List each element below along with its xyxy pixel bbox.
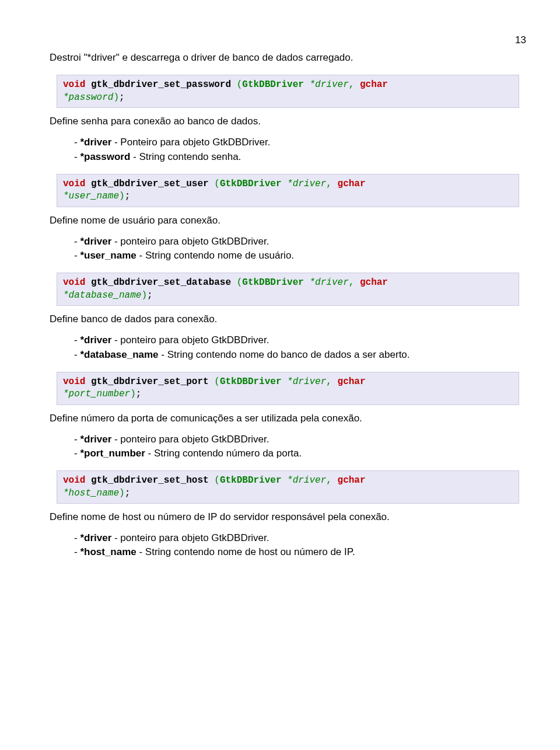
sec4-param1-name: *driver [80,434,111,445]
code-arg1: *driver [287,376,326,387]
sec2-param1-name: *driver [80,236,111,247]
code-rparen: ) [113,92,119,103]
sec1-desc: Define senha para conexão ao banco de da… [50,115,526,128]
sec1-code: void gtk_dbdriver_set_password (GtkDBDri… [57,75,519,108]
code-lparen: ( [214,376,220,387]
code-func-name: gtk_dbdriver_set_port [91,376,209,387]
code-rparen: ) [141,290,147,301]
code-semi: ; [136,389,142,399]
page-number: 13 [50,34,526,47]
code-func-name: gtk_dbdriver_set_host [91,475,209,486]
sec4-param2-desc: - String contendo número da porta. [145,448,302,459]
sec1-intro: Destroi "*driver" e descarrega o driver … [50,51,526,64]
code-semi: ; [125,191,131,201]
code-semi: ; [147,290,153,301]
sec4-param2: *port_number - String contendo número da… [74,447,526,460]
sec4-code: void gtk_dbdriver_set_port (GtkDBDriver … [57,372,519,405]
sec5-param1-desc: - ponteiro para objeto GtkDBDriver. [111,532,269,543]
code-return-type: void [63,277,85,288]
code-lparen: ( [237,79,243,90]
sec2-param2-name: *user_name [80,250,136,261]
code-param-type: gchar [360,79,388,90]
code-class: GtkDBDriver [220,179,282,189]
sec1-param2: *password - String contendo senha. [74,151,526,163]
sec2-param2: *user_name - String contendo nome de usu… [74,249,526,262]
sec1-param1-desc: - Ponteiro para objeto GtkDBDriver. [111,137,270,148]
sec3-param2: *database_name - String contendo nome do… [74,348,526,361]
code-arg2: *host_name [63,488,119,498]
sec2-params: *driver - ponteiro para objeto GtkDBDriv… [74,235,526,262]
code-param-type: gchar [338,475,366,486]
sec4-desc: Define número da porta de comunicações a… [50,412,526,425]
sec1-param2-desc: - String contendo senha. [130,151,241,162]
code-rparen: ) [130,389,136,399]
sec2-param2-desc: - String contendo nome de usuário. [136,250,294,261]
sec3-param1-desc: - ponteiro para objeto GtkDBDriver. [111,334,269,346]
sec5-param1-name: *driver [80,532,111,543]
code-class: GtkDBDriver [242,79,304,90]
sec2-param1-desc: - ponteiro para objeto GtkDBDriver. [111,236,269,247]
code-lparen: ( [237,277,243,288]
sec5-param2-name: *host_name [80,546,136,557]
sec3-param2-name: *database_name [80,349,158,360]
sec1-param2-name: *password [80,151,130,162]
sec5-desc: Define nome de host ou número de IP do s… [50,511,526,524]
sec2-code: void gtk_dbdriver_set_user (GtkDBDriver … [57,174,519,207]
sec3-code: void gtk_dbdriver_set_database (GtkDBDri… [57,273,519,306]
code-class: GtkDBDriver [242,277,304,288]
code-arg2: *database_name [63,290,141,301]
sec1-param1: *driver - Ponteiro para objeto GtkDBDriv… [74,136,526,149]
code-arg2: *port_number [63,389,130,399]
sec4-param2-name: *port_number [80,448,145,459]
code-arg1: *driver [310,277,349,288]
code-arg2: *password [63,92,113,103]
code-comma: , [349,79,355,90]
code-class: GtkDBDriver [220,475,282,486]
code-param-type: gchar [360,277,388,288]
sec3-param1-name: *driver [80,334,111,346]
code-return-type: void [63,376,85,387]
sec5-code: void gtk_dbdriver_set_host (GtkDBDriver … [57,470,519,504]
code-semi: ; [125,488,131,498]
code-return-type: void [63,79,85,90]
sec4-params: *driver - ponteiro para objeto GtkDBDriv… [74,433,526,460]
sec3-params: *driver - ponteiro para objeto GtkDBDriv… [74,334,526,361]
sec3-param1: *driver - ponteiro para objeto GtkDBDriv… [74,334,526,347]
code-lparen: ( [214,475,220,486]
code-func-name: gtk_dbdriver_set_database [91,277,231,288]
sec5-param2-desc: - String contendo nome de host ou número… [136,546,355,557]
code-return-type: void [63,475,85,486]
code-param-type: gchar [338,376,366,387]
code-lparen: ( [214,179,220,189]
code-rparen: ) [119,191,125,201]
code-param-type: gchar [338,179,366,189]
sec2-desc: Define nome de usuário para conexão. [50,214,526,227]
sec5-params: *driver - ponteiro para objeto GtkDBDriv… [74,532,526,559]
code-arg1: *driver [287,475,326,486]
code-comma: , [349,277,355,288]
code-arg2: *user_name [63,191,119,201]
sec4-param1-desc: - ponteiro para objeto GtkDBDriver. [111,434,269,445]
code-func-name: gtk_dbdriver_set_user [91,179,209,189]
code-rparen: ) [119,488,125,498]
code-comma: , [326,179,332,189]
sec2-param1: *driver - ponteiro para objeto GtkDBDriv… [74,235,526,248]
code-class: GtkDBDriver [220,376,282,387]
sec5-param2: *host_name - String contendo nome de hos… [74,546,526,559]
sec1-param1-name: *driver [80,137,111,148]
sec4-param1: *driver - ponteiro para objeto GtkDBDriv… [74,433,526,446]
code-arg1: *driver [310,79,349,90]
code-comma: , [326,376,332,387]
sec3-param2-desc: - String contendo nome do banco de dados… [159,349,410,360]
sec5-param1: *driver - ponteiro para objeto GtkDBDriv… [74,532,526,545]
code-func-name: gtk_dbdriver_set_password [91,79,231,90]
code-arg1: *driver [287,179,326,189]
code-semi: ; [119,92,125,103]
code-return-type: void [63,179,85,189]
sec3-desc: Define banco de dados para conexão. [50,313,526,326]
code-comma: , [326,475,332,486]
sec1-params: *driver - Ponteiro para objeto GtkDBDriv… [74,136,526,163]
